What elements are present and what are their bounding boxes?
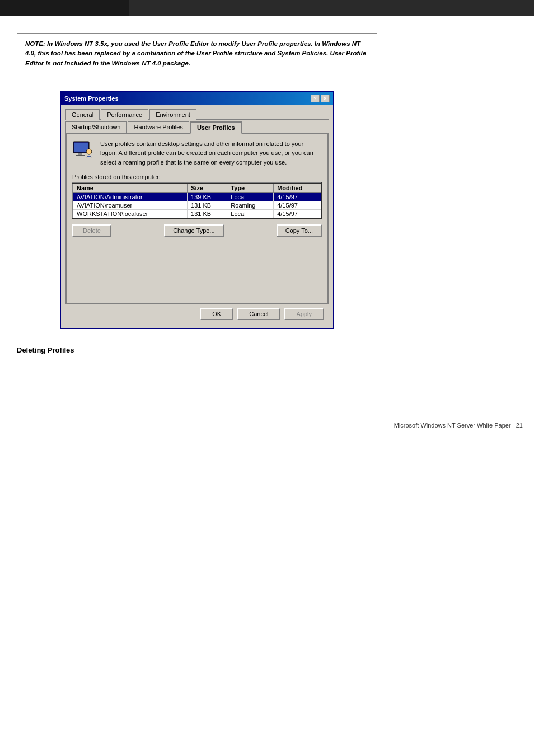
table-row[interactable]: AVIATION\Administrator 139 KB Local 4/15…	[73, 193, 321, 201]
svg-rect-1	[74, 143, 88, 152]
dialog-titlebar: System Properties ? ×	[61, 92, 333, 105]
tabs-row1: General Performance Environment	[65, 109, 329, 120]
row3-size: 131 KB	[188, 210, 227, 219]
user-profile-info: User profiles contain desktop settings a…	[72, 139, 322, 167]
main-content: NOTE: In Windows NT 3.5x, you used the U…	[0, 16, 534, 371]
copy-to-button[interactable]: Copy To...	[277, 224, 322, 237]
row3-modified: 4/15/97	[274, 210, 321, 219]
dialog-title: System Properties	[64, 95, 119, 102]
profile-icon	[72, 139, 95, 162]
row2-type: Roaming	[227, 201, 274, 210]
svg-point-4	[86, 149, 92, 154]
top-bar	[0, 0, 534, 16]
tab-general[interactable]: General	[65, 109, 100, 120]
row1-name: AVIATION\Administrator	[73, 193, 188, 201]
section-heading: Deleting Profiles	[17, 346, 377, 354]
titlebar-buttons: ? ×	[311, 95, 330, 102]
change-type-button[interactable]: Change Type...	[164, 224, 223, 237]
tabs-row2: Startup/Shutdown Hardware Profiles User …	[65, 121, 329, 134]
delete-button[interactable]: Delete	[72, 224, 111, 237]
tab-panel-user-profiles: User profiles contain desktop settings a…	[65, 134, 329, 304]
note-box: NOTE: In Windows NT 3.5x, you used the U…	[17, 33, 377, 74]
dialog-footer: OK Cancel Apply	[65, 304, 329, 323]
profile-description: User profiles contain desktop settings a…	[100, 139, 322, 167]
row2-name: AVIATION\roamuser	[73, 201, 188, 210]
action-buttons: Delete Change Type... Copy To...	[72, 224, 322, 237]
row3-type: Local	[227, 210, 274, 219]
page-footer: Microsoft Windows NT Server White Paper …	[0, 416, 534, 434]
close-button[interactable]: ×	[321, 95, 330, 102]
tab-performance[interactable]: Performance	[101, 109, 148, 120]
spacer	[72, 241, 322, 297]
profiles-stored-label: Profiles stored on this computer:	[72, 173, 322, 180]
cancel-button[interactable]: Cancel	[237, 308, 280, 320]
footer-page: 21	[516, 422, 523, 429]
note-text: NOTE: In Windows NT 3.5x, you used the U…	[25, 40, 366, 67]
dialog-wrapper: System Properties ? × General Performanc…	[17, 91, 377, 330]
col-type: Type	[227, 183, 274, 193]
svg-rect-2	[78, 153, 82, 155]
row1-size: 139 KB	[188, 193, 227, 201]
top-bar-stripe	[0, 0, 129, 16]
row3-name: WORKSTATION\localuser	[73, 210, 188, 219]
tab-environment[interactable]: Environment	[149, 109, 196, 120]
row2-size: 131 KB	[188, 201, 227, 210]
help-button[interactable]: ?	[311, 95, 320, 102]
row2-modified: 4/15/97	[274, 201, 321, 210]
col-modified: Modified	[274, 183, 321, 193]
footer-text: Microsoft Windows NT Server White Paper	[394, 422, 511, 429]
col-name: Name	[73, 183, 188, 193]
profiles-table: Name Size Type Modified AVIATION\Adminis…	[72, 182, 322, 219]
table-row[interactable]: AVIATION\roamuser 131 KB Roaming 4/15/97	[73, 201, 321, 210]
apply-button[interactable]: Apply	[284, 308, 324, 320]
tab-user-profiles[interactable]: User Profiles	[190, 121, 242, 134]
ok-button[interactable]: OK	[200, 308, 233, 320]
row1-type: Local	[227, 193, 274, 201]
col-size: Size	[188, 183, 227, 193]
svg-rect-3	[76, 155, 85, 156]
tab-startup-shutdown[interactable]: Startup/Shutdown	[65, 121, 127, 133]
table-row[interactable]: WORKSTATION\localuser 131 KB Local 4/15/…	[73, 210, 321, 219]
tab-hardware-profiles[interactable]: Hardware Profiles	[128, 121, 189, 133]
system-properties-dialog: System Properties ? × General Performanc…	[60, 91, 334, 330]
row1-modified: 4/15/97	[274, 193, 321, 201]
dialog-body: General Performance Environment Startup/…	[61, 105, 333, 328]
